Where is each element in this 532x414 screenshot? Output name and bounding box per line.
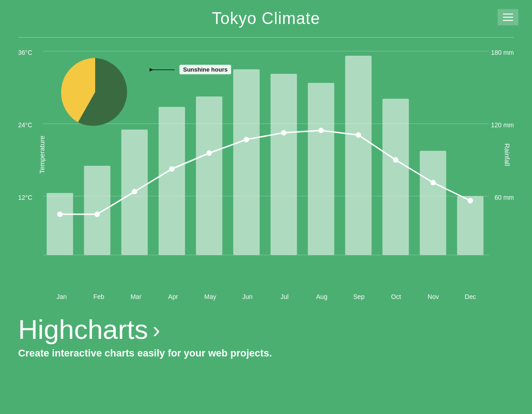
svg-rect-12: [345, 56, 372, 255]
y-label-60mm: 60 mm: [494, 194, 514, 201]
svg-point-16: [57, 212, 63, 217]
svg-point-21: [244, 137, 249, 142]
svg-rect-14: [420, 151, 446, 255]
brand-subtitle: Create interactive charts easily for you…: [18, 347, 514, 359]
x-label-dec: Dec: [457, 293, 484, 300]
x-label-feb: Feb: [85, 293, 112, 300]
x-label-aug: Aug: [308, 293, 335, 300]
svg-point-27: [468, 198, 473, 203]
svg-rect-11: [308, 83, 334, 255]
chevron-icon: ›: [153, 317, 160, 343]
svg-point-26: [430, 180, 435, 185]
y-axis-right-title: Rainfall: [503, 143, 511, 166]
y-label-180mm: 180 mm: [491, 49, 514, 56]
x-label-jan: Jan: [48, 293, 75, 300]
svg-point-25: [393, 157, 398, 163]
menu-line-1: [503, 14, 513, 14]
pie-chart-wrapper: [54, 51, 136, 133]
pie-arrow-svg: [150, 65, 177, 74]
x-label-mar: Mar: [122, 293, 150, 300]
x-axis: Jan Feb Mar Apr May Jun Jul Aug Sep Oct …: [43, 293, 489, 300]
svg-point-20: [206, 150, 212, 156]
svg-point-23: [318, 128, 324, 133]
svg-rect-7: [159, 107, 185, 255]
svg-point-18: [132, 189, 137, 194]
x-label-nov: Nov: [420, 293, 447, 300]
pie-chart-label: Sunshine hours: [179, 65, 231, 74]
menu-line-2: [503, 17, 513, 18]
svg-rect-15: [457, 196, 484, 255]
menu-button[interactable]: [498, 9, 518, 25]
bottom-section: Highcharts › Create interactive charts e…: [0, 305, 532, 364]
menu-line-3: [503, 20, 513, 21]
svg-point-17: [94, 212, 100, 217]
svg-point-24: [356, 132, 361, 138]
svg-rect-4: [47, 193, 73, 255]
svg-rect-8: [196, 96, 222, 255]
header-divider: [18, 37, 514, 38]
pie-label-group: Sunshine hours: [150, 65, 231, 74]
header: Tokyo Climate: [0, 0, 532, 37]
x-label-apr: Apr: [160, 293, 187, 300]
chart-container: Temperature Rainfall: [18, 47, 514, 300]
x-label-jul: Jul: [271, 293, 298, 300]
x-label-sep: Sep: [345, 293, 372, 300]
svg-rect-9: [233, 69, 260, 255]
x-label-jun: Jun: [234, 293, 261, 300]
page-title: Tokyo Climate: [212, 9, 320, 28]
brand-title: Highcharts ›: [18, 314, 514, 345]
y-label-36: 36°C: [18, 49, 32, 56]
svg-rect-5: [84, 166, 110, 255]
y-label-12: 12°C: [18, 194, 32, 201]
x-label-may: May: [197, 293, 224, 300]
svg-rect-13: [382, 99, 409, 255]
y-label-24: 24°C: [18, 121, 32, 129]
svg-point-22: [281, 130, 286, 135]
svg-point-19: [169, 166, 174, 172]
brand-name: Highcharts: [18, 314, 148, 345]
y-label-120mm: 120 mm: [491, 121, 514, 129]
svg-rect-10: [271, 74, 297, 255]
pie-chart-svg: [54, 51, 136, 133]
x-label-oct: Oct: [382, 293, 410, 300]
svg-marker-29: [150, 68, 153, 72]
